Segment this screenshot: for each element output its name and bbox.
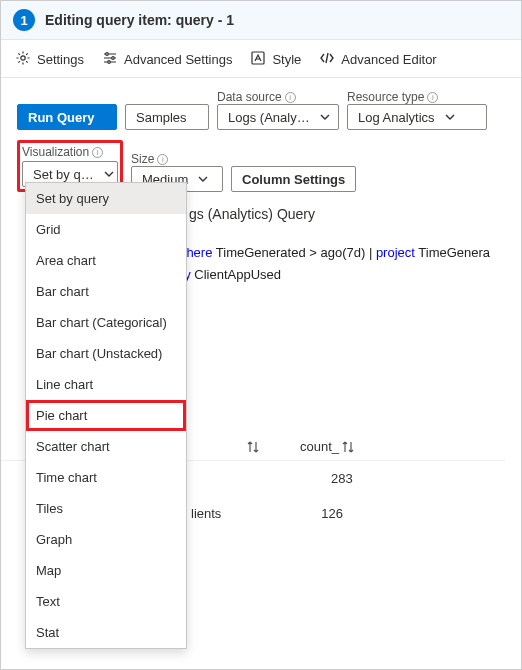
dd-item-line-chart[interactable]: Line chart (26, 369, 186, 400)
cell-count: 283 (331, 471, 353, 486)
size-label: Size i (131, 152, 223, 166)
data-source-select[interactable]: Logs (Analy… (217, 104, 339, 130)
svg-point-2 (112, 57, 115, 60)
header-title: Editing query item: query - 1 (45, 12, 234, 28)
count-column-header[interactable]: count_ (300, 439, 355, 454)
dd-item-area-chart[interactable]: Area chart (26, 245, 186, 276)
query-type-label: gs (Analytics) Query (189, 206, 315, 222)
dd-item-bar-chart[interactable]: Bar chart (26, 276, 186, 307)
style-icon (250, 50, 266, 69)
tab-advanced-editor-label: Advanced Editor (341, 52, 436, 67)
step-badge: 1 (13, 9, 35, 31)
tab-advanced-settings-label: Advanced Settings (124, 52, 232, 67)
data-source-label: Data source i (217, 90, 339, 104)
info-icon: i (157, 154, 168, 165)
column-settings-button[interactable]: Column Settings (231, 166, 356, 192)
tab-advanced-settings[interactable]: Advanced Settings (102, 50, 232, 69)
dd-item-tiles[interactable]: Tiles (26, 493, 186, 524)
dd-item-time-chart[interactable]: Time chart (26, 462, 186, 493)
sort-icon[interactable] (246, 440, 260, 454)
dd-item-scatter-chart[interactable]: Scatter chart (26, 431, 186, 462)
dd-item-map[interactable]: Map (26, 555, 186, 586)
svg-point-0 (21, 56, 25, 60)
visualization-label: Visualization i (22, 145, 118, 159)
tab-style-label: Style (272, 52, 301, 67)
cell-count: 126 (321, 506, 343, 521)
dd-item-bar-categorical[interactable]: Bar chart (Categorical) (26, 307, 186, 338)
tab-settings-label: Settings (37, 52, 84, 67)
chevron-down-icon (445, 110, 455, 125)
tab-settings[interactable]: Settings (15, 50, 84, 69)
svg-point-3 (108, 61, 111, 64)
run-query-button[interactable]: Run Query (17, 104, 117, 130)
gear-icon (15, 50, 31, 69)
resource-type-select[interactable]: Log Analytics (347, 104, 487, 130)
sliders-icon (102, 50, 118, 69)
dd-item-text[interactable]: Text (26, 586, 186, 617)
svg-point-1 (106, 53, 109, 56)
chevron-down-icon (198, 172, 208, 187)
cell-label: lients (191, 506, 221, 521)
visualization-dropdown[interactable]: Set by query Grid Area chart Bar chart B… (25, 182, 187, 649)
tab-style[interactable]: Style (250, 50, 301, 69)
sort-icon (341, 440, 355, 454)
dd-item-set-by-query[interactable]: Set by query (26, 183, 186, 214)
chevron-down-icon (320, 110, 330, 125)
dd-item-grid[interactable]: Grid (26, 214, 186, 245)
samples-button[interactable]: Samples (125, 104, 209, 130)
chevron-down-icon (104, 167, 114, 182)
tab-advanced-editor[interactable]: Advanced Editor (319, 50, 436, 69)
code-icon (319, 50, 335, 69)
dd-item-pie-chart[interactable]: Pie chart (26, 400, 186, 431)
dd-item-graph[interactable]: Graph (26, 524, 186, 555)
dd-item-bar-unstacked[interactable]: Bar chart (Unstacked) (26, 338, 186, 369)
info-icon: i (285, 92, 296, 103)
dd-item-stat[interactable]: Stat (26, 617, 186, 648)
resource-type-label: Resource type i (347, 90, 487, 104)
info-icon: i (92, 147, 103, 158)
tab-bar: Settings Advanced Settings Style Advance… (1, 40, 521, 78)
editor-header: 1 Editing query item: query - 1 (1, 1, 521, 40)
info-icon: i (427, 92, 438, 103)
